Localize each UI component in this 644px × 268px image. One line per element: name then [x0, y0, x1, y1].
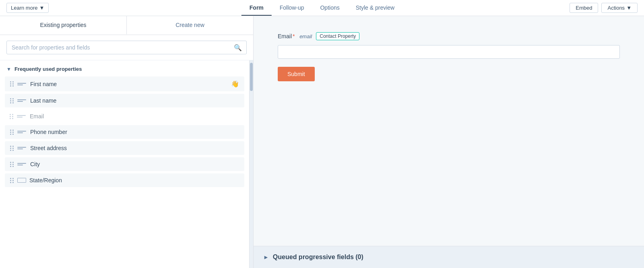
email-type-hint: email	[299, 33, 312, 39]
property-label-last-name: Last name	[30, 97, 239, 104]
property-item-first-name[interactable]: First name 👋	[5, 76, 244, 91]
tab-options[interactable]: Options	[312, 0, 347, 16]
chevron-down-icon: ▼	[39, 5, 44, 11]
drag-handle-city	[10, 162, 14, 167]
form-canvas: Email* email Contact Property Submit	[254, 16, 644, 246]
actions-button[interactable]: Actions ▼	[601, 3, 638, 13]
property-label-street-address: Street address	[30, 145, 239, 151]
tab-create-new[interactable]: Create new	[127, 16, 253, 35]
actions-label: Actions	[607, 5, 625, 11]
property-label-phone-number: Phone number	[30, 129, 239, 135]
property-label-first-name: First name	[30, 81, 226, 87]
queued-chevron-icon: ►	[263, 254, 269, 260]
top-bar-actions: Embed Actions ▼	[570, 3, 638, 13]
right-panel: Email* email Contact Property Submit ► Q…	[254, 16, 644, 268]
field-icon-city	[17, 163, 27, 165]
property-item-email: Email	[5, 110, 244, 123]
property-label-email: Email	[30, 113, 239, 120]
tab-style-preview[interactable]: Style & preview	[348, 0, 402, 16]
queued-progressive-fields[interactable]: ► Queued progressive fields (0)	[254, 246, 644, 268]
property-label-city: City	[30, 161, 239, 167]
drag-handle-email	[10, 114, 14, 119]
email-input-field[interactable]	[278, 45, 620, 59]
drag-handle-phone-number	[10, 130, 14, 135]
section-label: Frequently used properties	[14, 66, 82, 72]
search-bar: 🔍	[0, 35, 253, 60]
property-item-last-name[interactable]: Last name	[5, 94, 244, 107]
drag-handle-last-name	[10, 98, 14, 103]
property-label-state-region: State/Region	[29, 177, 239, 183]
learn-more-label: Learn more	[11, 5, 37, 11]
panel-tabs: Existing properties Create new	[0, 16, 253, 35]
email-field-row: Email* email Contact Property	[278, 32, 620, 40]
contact-property-badge[interactable]: Contact Property	[316, 32, 359, 40]
property-item-city[interactable]: City	[5, 157, 244, 171]
field-icon-first-name	[17, 83, 27, 85]
field-icon-street-address	[17, 147, 27, 149]
chevron-down-icon: ▼	[626, 5, 632, 11]
field-icon-state-region	[17, 178, 26, 183]
embed-button[interactable]: Embed	[570, 3, 598, 13]
learn-more-button[interactable]: Learn more ▼	[6, 3, 49, 13]
main-layout: Existing properties Create new 🔍 ▼ Frequ…	[0, 16, 644, 268]
property-item-street-address[interactable]: Street address	[5, 141, 244, 155]
drag-handle-street-address	[10, 146, 14, 151]
tab-follow-up[interactable]: Follow-up	[272, 0, 312, 16]
nav-tabs: Form Follow-up Options Style & preview	[242, 0, 402, 16]
cursor-pointer-icon: 👋	[231, 80, 239, 88]
field-icon-email	[17, 115, 27, 118]
queued-title-label: Queued progressive fields (0)	[273, 254, 363, 261]
scrollbar-track[interactable]	[249, 60, 253, 268]
tab-existing-properties[interactable]: Existing properties	[0, 16, 127, 35]
property-item-state-region[interactable]: State/Region	[5, 173, 244, 187]
top-bar: Learn more ▼ Form Follow-up Options Styl…	[0, 0, 644, 16]
drag-handle-state-region	[10, 178, 14, 183]
property-item-phone-number[interactable]: Phone number	[5, 125, 244, 139]
section-chevron-icon: ▼	[6, 66, 11, 72]
properties-scroll-wrap: ▼ Frequently used properties	[0, 60, 249, 268]
field-icon-last-name	[17, 99, 27, 102]
scrollbar-thumb[interactable]	[250, 63, 253, 91]
search-input[interactable]	[6, 41, 247, 54]
left-panel-inner: ▼ Frequently used properties	[0, 60, 253, 268]
left-panel: Existing properties Create new 🔍 ▼ Frequ…	[0, 16, 254, 268]
email-field-label: Email* email	[278, 33, 312, 39]
field-icon-phone-number	[17, 131, 27, 133]
submit-button[interactable]: Submit	[278, 67, 315, 81]
tab-form[interactable]: Form	[242, 0, 272, 16]
section-header-frequently-used[interactable]: ▼ Frequently used properties	[0, 60, 249, 75]
drag-handle-first-name	[10, 81, 14, 87]
